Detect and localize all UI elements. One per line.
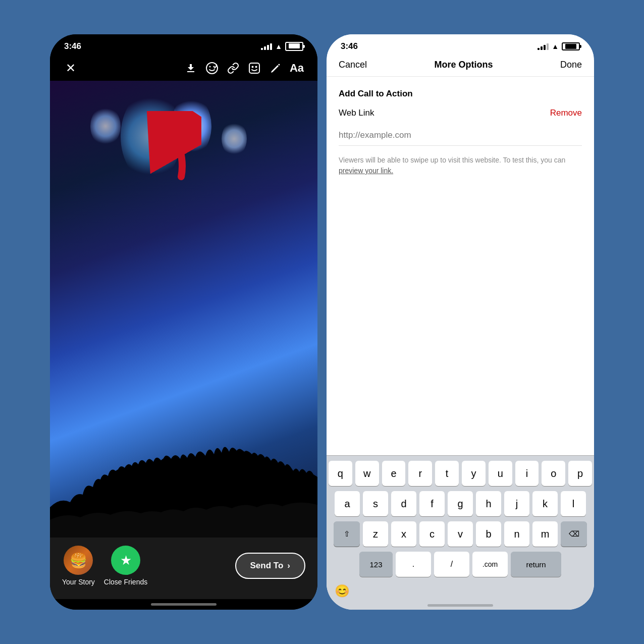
- send-to-button[interactable]: Send To ›: [235, 553, 305, 579]
- numbers-key[interactable]: 123: [359, 552, 393, 577]
- avatar-icon: 🍔: [70, 552, 87, 569]
- close-friends-label: Close Friends: [104, 578, 147, 586]
- battery-icon-right: [562, 42, 580, 50]
- text-button[interactable]: Aa: [287, 59, 306, 78]
- chevron-right-icon: ›: [287, 561, 290, 571]
- key-r[interactable]: r: [408, 461, 432, 486]
- home-indicator-right: [327, 601, 594, 610]
- key-n[interactable]: n: [504, 521, 529, 547]
- key-m[interactable]: m: [532, 521, 558, 547]
- key-i[interactable]: i: [515, 461, 539, 486]
- download-button[interactable]: [181, 59, 200, 78]
- story-actions: 🍔 Your Story ★ Close Friends Send To ›: [62, 546, 305, 586]
- key-t[interactable]: t: [435, 461, 459, 486]
- story-toolbar: ✕: [50, 56, 317, 81]
- key-s[interactable]: s: [363, 491, 388, 516]
- keyboard-bottom-row: 😊: [329, 582, 592, 600]
- keyboard-row-4: 123 . / .com return: [329, 552, 592, 577]
- svg-point-5: [255, 66, 257, 68]
- shift-key[interactable]: ⇧: [334, 521, 360, 547]
- done-button[interactable]: Done: [560, 60, 582, 70]
- star-icon: ★: [120, 553, 132, 568]
- section-title: Add Call to Action: [339, 89, 582, 99]
- period-key[interactable]: .: [396, 552, 431, 577]
- close-friends-button[interactable]: ★: [111, 546, 140, 575]
- keyboard: q w e r t y u i o p a s d f g h j k l ⇧ …: [327, 455, 594, 601]
- keyboard-row-2: a s d f g h j k l: [329, 491, 592, 516]
- key-q[interactable]: q: [329, 461, 352, 486]
- url-input-container: [339, 125, 582, 146]
- status-icons-left: ▲: [261, 42, 303, 51]
- nav-bar-right: Cancel More Options Done: [327, 56, 594, 77]
- key-h[interactable]: h: [476, 491, 501, 516]
- wifi-icon: ▲: [275, 42, 282, 50]
- svg-rect-3: [249, 63, 259, 73]
- emoji-button[interactable]: 😊: [335, 584, 350, 598]
- svg-point-2: [213, 66, 215, 68]
- battery-icon: [285, 42, 303, 51]
- web-link-row: Web Link Remove: [339, 108, 582, 118]
- key-g[interactable]: g: [448, 491, 473, 516]
- story-bottom: 🍔 Your Story ★ Close Friends Send To ›: [50, 538, 317, 599]
- key-k[interactable]: k: [532, 491, 558, 516]
- key-f[interactable]: f: [419, 491, 445, 516]
- wifi-icon-right: ▲: [552, 42, 559, 50]
- key-w[interactable]: w: [355, 461, 379, 486]
- key-v[interactable]: v: [448, 521, 473, 547]
- keyboard-row-3: ⇧ z x c v b n m ⌫: [329, 521, 592, 547]
- key-p[interactable]: p: [568, 461, 592, 486]
- left-phone: 3:46 ▲ ✕: [50, 34, 317, 610]
- return-key[interactable]: return: [511, 552, 561, 577]
- cancel-button[interactable]: Cancel: [339, 60, 367, 70]
- key-b[interactable]: b: [476, 521, 501, 547]
- key-d[interactable]: d: [391, 491, 416, 516]
- key-e[interactable]: e: [382, 461, 406, 486]
- story-image: [50, 81, 317, 538]
- form-content: Add Call to Action Web Link Remove Viewe…: [327, 77, 594, 455]
- key-l[interactable]: l: [561, 491, 586, 516]
- right-phone: 3:46 ▲ Cancel More Options Done Add Call…: [327, 34, 594, 610]
- svg-point-4: [252, 66, 254, 68]
- svg-point-1: [209, 66, 211, 68]
- key-y[interactable]: y: [462, 461, 486, 486]
- crowd-silhouette: [50, 437, 317, 538]
- key-o[interactable]: o: [542, 461, 565, 486]
- toolbar-icons-right: Aa: [181, 59, 306, 78]
- nav-title: More Options: [435, 60, 493, 70]
- key-c[interactable]: c: [419, 521, 445, 547]
- time-left: 3:46: [64, 41, 81, 51]
- draw-button[interactable]: [266, 59, 285, 78]
- keyboard-row-1: q w e r t y u i o p: [329, 461, 592, 486]
- status-icons-right: ▲: [538, 42, 580, 50]
- signal-icon-right: [538, 43, 549, 50]
- close-button[interactable]: ✕: [61, 59, 80, 78]
- sticker-button[interactable]: [202, 59, 222, 78]
- status-bar-left: 3:46 ▲: [50, 34, 317, 56]
- time-right: 3:46: [341, 41, 358, 51]
- web-link-label: Web Link: [339, 108, 374, 118]
- status-bar-right: 3:46 ▲: [327, 34, 594, 56]
- key-x[interactable]: x: [391, 521, 416, 547]
- your-story-avatar[interactable]: 🍔: [64, 546, 93, 575]
- key-a[interactable]: a: [335, 491, 360, 516]
- url-input[interactable]: [339, 125, 582, 145]
- home-indicator-left: [50, 599, 317, 610]
- key-j[interactable]: j: [504, 491, 529, 516]
- slash-key[interactable]: /: [434, 552, 469, 577]
- key-z[interactable]: z: [363, 521, 388, 547]
- dotcom-key[interactable]: .com: [472, 552, 508, 577]
- preview-link[interactable]: preview your link.: [339, 167, 393, 175]
- delete-key[interactable]: ⌫: [561, 521, 587, 547]
- link-button[interactable]: [224, 59, 243, 78]
- your-story-label: Your Story: [62, 578, 95, 586]
- face-filter-button[interactable]: [245, 59, 264, 78]
- hint-text: Viewers will be able to swipe up to visi…: [339, 155, 582, 176]
- svg-point-0: [206, 63, 218, 74]
- remove-button[interactable]: Remove: [550, 108, 582, 118]
- signal-icon: [261, 43, 272, 50]
- key-u[interactable]: u: [489, 461, 512, 486]
